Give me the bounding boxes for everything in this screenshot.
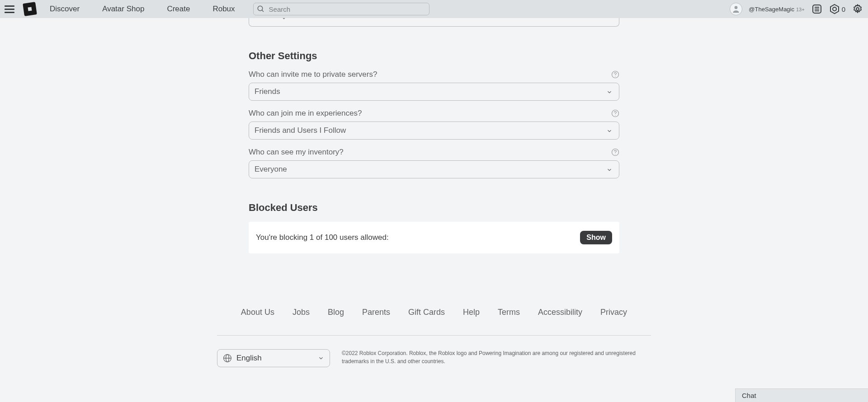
select-value: Friends and Users I Follow bbox=[255, 126, 346, 135]
notifications-icon[interactable] bbox=[811, 3, 823, 15]
setting-row-join-experiences: Who can join me in experiences? Friends … bbox=[249, 109, 619, 140]
robux-count: 0 bbox=[842, 5, 845, 13]
search-wrap bbox=[253, 3, 429, 15]
footer-link-blog[interactable]: Blog bbox=[328, 308, 344, 317]
select-value: Everyone bbox=[255, 165, 287, 174]
nav-links: Discover Avatar Shop Create Robux bbox=[50, 5, 235, 14]
avatar[interactable] bbox=[730, 3, 742, 15]
svg-point-8 bbox=[833, 7, 836, 11]
help-icon[interactable] bbox=[611, 70, 619, 79]
footer-link-parents[interactable]: Parents bbox=[362, 308, 390, 317]
chevron-down-icon bbox=[606, 127, 613, 134]
footer-divider bbox=[217, 335, 651, 336]
setting-label: Who can see my inventory? bbox=[249, 148, 344, 157]
nav-link-avatar-shop[interactable]: Avatar Shop bbox=[102, 5, 144, 14]
setting-row-inventory: Who can see my inventory? Everyone bbox=[249, 148, 619, 178]
show-blocked-button[interactable]: Show bbox=[580, 231, 612, 244]
select-value: Friends bbox=[255, 87, 280, 96]
svg-line-1 bbox=[262, 10, 264, 12]
setting-label: Who can invite me to private servers? bbox=[249, 70, 377, 79]
select-previous-setting[interactable]: Everyone bbox=[249, 18, 619, 27]
page: Everyone Other Settings Who can invite m… bbox=[0, 0, 868, 385]
select-inventory[interactable]: Everyone bbox=[249, 160, 619, 178]
blocked-users-card: You're blocking 1 of 100 users allowed: … bbox=[249, 222, 619, 253]
chevron-down-icon bbox=[318, 355, 324, 361]
svg-point-2 bbox=[735, 6, 738, 9]
select-private-servers[interactable]: Friends bbox=[249, 83, 619, 101]
settings-gear-icon[interactable] bbox=[852, 3, 863, 15]
age-badge: 13+ bbox=[796, 7, 805, 12]
chevron-down-icon bbox=[606, 166, 613, 173]
chevron-down-icon bbox=[281, 18, 287, 21]
footer-link-gift-cards[interactable]: Gift Cards bbox=[408, 308, 445, 317]
footer-links: About Us Jobs Blog Parents Gift Cards He… bbox=[217, 308, 651, 317]
settings-content: Everyone Other Settings Who can invite m… bbox=[249, 18, 619, 280]
footer-bottom: English ©2022 Roblox Corporation. Roblox… bbox=[217, 349, 651, 367]
help-icon[interactable] bbox=[611, 148, 619, 156]
language-select[interactable]: English bbox=[217, 349, 330, 367]
robux-balance[interactable]: 0 bbox=[829, 4, 845, 14]
footer-link-privacy[interactable]: Privacy bbox=[600, 308, 627, 317]
footer-link-terms[interactable]: Terms bbox=[498, 308, 520, 317]
svg-point-9 bbox=[856, 8, 859, 10]
footer-link-accessibility[interactable]: Accessibility bbox=[538, 308, 582, 317]
chat-label: Chat bbox=[742, 392, 756, 399]
language-value: English bbox=[236, 354, 262, 363]
top-nav: Discover Avatar Shop Create Robux @TheSa… bbox=[0, 0, 868, 18]
svg-point-11 bbox=[615, 76, 615, 77]
footer-link-about-us[interactable]: About Us bbox=[241, 308, 274, 317]
search-input[interactable] bbox=[253, 3, 429, 15]
nav-right: @TheSageMagic13+ 0 bbox=[730, 3, 863, 15]
hamburger-menu-icon[interactable] bbox=[5, 3, 17, 15]
section-heading-blocked-users: Blocked Users bbox=[249, 202, 619, 214]
username-link[interactable]: @TheSageMagic13+ bbox=[749, 6, 804, 13]
svg-marker-7 bbox=[830, 5, 839, 14]
nav-link-discover[interactable]: Discover bbox=[50, 5, 80, 14]
svg-point-0 bbox=[258, 6, 263, 11]
footer: About Us Jobs Blog Parents Gift Cards He… bbox=[208, 308, 660, 385]
roblox-logo[interactable] bbox=[23, 2, 37, 16]
svg-point-13 bbox=[615, 115, 615, 116]
copyright-text: ©2022 Roblox Corporation. Roblox, the Ro… bbox=[342, 349, 649, 365]
nav-link-create[interactable]: Create bbox=[167, 5, 190, 14]
chat-bar[interactable]: Chat bbox=[735, 388, 868, 402]
globe-icon bbox=[223, 354, 232, 363]
select-join-experiences[interactable]: Friends and Users I Follow bbox=[249, 122, 619, 140]
svg-point-15 bbox=[615, 154, 615, 154]
help-icon[interactable] bbox=[611, 109, 619, 117]
section-heading-other-settings: Other Settings bbox=[249, 50, 619, 62]
footer-link-jobs[interactable]: Jobs bbox=[292, 308, 310, 317]
footer-link-help[interactable]: Help bbox=[463, 308, 480, 317]
setting-row-private-servers: Who can invite me to private servers? Fr… bbox=[249, 70, 619, 101]
blocked-users-text: You're blocking 1 of 100 users allowed: bbox=[256, 233, 389, 242]
chevron-down-icon bbox=[606, 89, 613, 95]
nav-link-robux[interactable]: Robux bbox=[212, 5, 235, 14]
search-icon bbox=[257, 5, 265, 13]
setting-label: Who can join me in experiences? bbox=[249, 109, 362, 118]
